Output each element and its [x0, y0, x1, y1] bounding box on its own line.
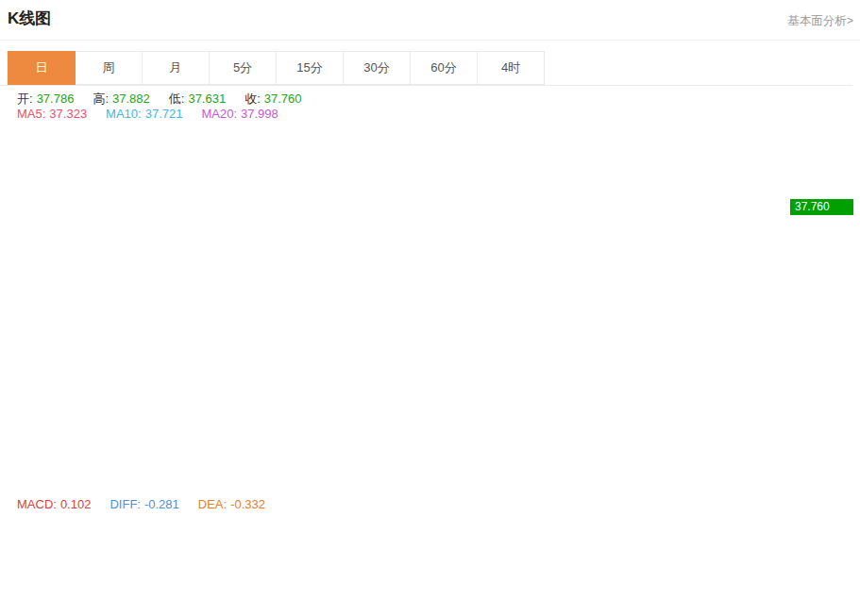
candle[interactable]	[718, 221, 725, 228]
candle[interactable]	[619, 141, 626, 147]
macd-bar[interactable]	[7, 531, 13, 541]
candle[interactable]	[583, 191, 590, 195]
macd-bar[interactable]	[718, 541, 725, 544]
macd-bar[interactable]	[601, 513, 608, 541]
macd-bar[interactable]	[484, 541, 491, 564]
candle[interactable]	[295, 257, 301, 264]
candle[interactable]	[69, 437, 76, 448]
candle[interactable]	[700, 239, 707, 255]
candle[interactable]	[78, 448, 85, 451]
macd-bar[interactable]	[556, 537, 563, 541]
macd-bar[interactable]	[60, 541, 67, 545]
candle[interactable]	[655, 191, 662, 195]
candle[interactable]	[430, 269, 436, 274]
macd-bar[interactable]	[312, 531, 319, 541]
macd-bar[interactable]	[430, 541, 436, 562]
macd-bar[interactable]	[447, 541, 454, 559]
macd-bar[interactable]	[142, 541, 148, 563]
macd-bar[interactable]	[439, 541, 446, 561]
macd-bar[interactable]	[502, 541, 509, 548]
macd-bar[interactable]	[267, 531, 274, 541]
macd-bar[interactable]	[177, 541, 184, 578]
tab-15min[interactable]: 15分	[277, 51, 344, 85]
candle[interactable]	[565, 193, 572, 203]
candle[interactable]	[647, 186, 653, 199]
macd-bar[interactable]	[249, 536, 256, 541]
tab-60min[interactable]: 60分	[411, 51, 478, 85]
macd-bar[interactable]	[394, 541, 400, 551]
candle[interactable]	[457, 252, 464, 258]
macd-bar[interactable]	[295, 534, 301, 541]
tab-month[interactable]: 月	[143, 51, 210, 85]
candle[interactable]	[60, 425, 67, 437]
macd-bar[interactable]	[187, 541, 194, 575]
macd-bar[interactable]	[114, 541, 121, 556]
candle[interactable]	[412, 260, 418, 279]
candle[interactable]	[520, 245, 527, 254]
tab-4hour[interactable]: 4时	[478, 51, 545, 85]
candle[interactable]	[267, 254, 274, 268]
macd-bar[interactable]	[33, 538, 40, 541]
tab-day[interactable]: 日	[8, 51, 76, 85]
candle[interactable]	[322, 238, 329, 252]
candle[interactable]	[466, 252, 473, 259]
candle[interactable]	[96, 433, 103, 438]
macd-bar[interactable]	[160, 541, 166, 572]
macd-bar[interactable]	[529, 541, 535, 543]
candle[interactable]	[205, 416, 211, 420]
macd-bar[interactable]	[565, 533, 572, 541]
macd-bar[interactable]	[610, 519, 616, 541]
candle[interactable]	[574, 191, 581, 193]
candle[interactable]	[51, 425, 58, 429]
macd-bar[interactable]	[412, 541, 418, 557]
candle[interactable]	[610, 142, 616, 157]
macd-bar[interactable]	[367, 541, 374, 548]
macd-bar[interactable]	[736, 541, 743, 541]
macd-bar[interactable]	[683, 541, 689, 550]
macd-bar[interactable]	[322, 530, 329, 541]
candle[interactable]	[367, 275, 374, 289]
macd-bar[interactable]	[673, 541, 680, 544]
candle[interactable]	[502, 241, 509, 243]
tab-30min[interactable]: 30分	[344, 51, 411, 85]
macd-bar[interactable]	[700, 541, 707, 554]
candle[interactable]	[665, 189, 671, 194]
candle[interactable]	[286, 265, 293, 271]
candle[interactable]	[187, 414, 194, 422]
candle[interactable]	[628, 147, 634, 155]
candle[interactable]	[87, 433, 93, 452]
macd-bar[interactable]	[466, 541, 473, 566]
candle[interactable]	[213, 340, 220, 420]
candle[interactable]	[168, 399, 175, 408]
candle[interactable]	[33, 438, 40, 448]
candle[interactable]	[106, 418, 112, 438]
macd-bar[interactable]	[205, 541, 211, 564]
candle[interactable]	[709, 225, 716, 239]
candle[interactable]	[249, 290, 256, 301]
macd-bar[interactable]	[15, 532, 22, 540]
candle[interactable]	[231, 351, 238, 353]
candle[interactable]	[394, 276, 400, 286]
macd-bar[interactable]	[69, 541, 76, 549]
macd-bar[interactable]	[574, 528, 581, 541]
macd-bar[interactable]	[628, 531, 634, 541]
fundamental-analysis-link[interactable]: 基本面分析>	[787, 13, 853, 29]
tab-week[interactable]: 周	[76, 51, 143, 85]
candle[interactable]	[592, 183, 599, 191]
candle[interactable]	[421, 275, 428, 279]
macd-bar[interactable]	[493, 541, 499, 557]
macd-bar[interactable]	[51, 541, 58, 541]
macd-bar[interactable]	[511, 541, 517, 545]
candle[interactable]	[358, 285, 364, 288]
candle[interactable]	[601, 157, 608, 182]
macd-bar[interactable]	[457, 541, 464, 563]
macd-bar[interactable]	[340, 538, 346, 541]
macd-bar[interactable]	[475, 541, 481, 568]
macd-bar[interactable]	[42, 539, 49, 540]
candle[interactable]	[403, 260, 410, 276]
candle[interactable]	[673, 194, 680, 243]
macd-bar[interactable]	[583, 521, 590, 540]
candle[interactable]	[277, 268, 283, 271]
macd-bar[interactable]	[619, 524, 626, 541]
macd-bar[interactable]	[195, 541, 202, 571]
